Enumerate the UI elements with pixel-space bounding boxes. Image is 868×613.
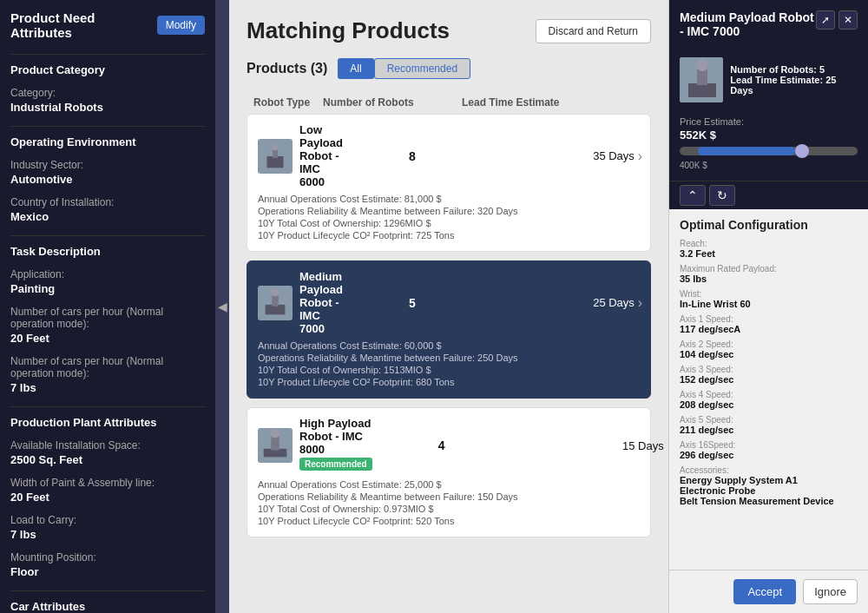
- spec-wrist: Wrist: In-Line Wrist 60: [680, 289, 858, 309]
- price-nav-up-button[interactable]: ⌃: [680, 185, 706, 206]
- spec-axis5-label: Axis 5 Speed:: [680, 415, 858, 425]
- main-title-text: Matching Products: [247, 17, 450, 44]
- svg-point-15: [696, 59, 708, 71]
- spec-wrist-label: Wrist:: [680, 289, 858, 299]
- industry-label: Industry Sector:: [10, 159, 205, 171]
- sidebar: Product Need Attributes Modify Product C…: [0, 0, 215, 613]
- spec-axis4: Axis 4 Speed: 208 deg/sec: [680, 390, 858, 410]
- spec-axis16-value: 296 deg/sec: [680, 450, 858, 460]
- mounting-value: Floor: [10, 565, 205, 578]
- load-carry-value: 7 lbs: [10, 528, 205, 541]
- spec-axis1: Axis 1 Speed: 117 deg/secA: [680, 314, 858, 334]
- right-panel-image-row: Number of Robots: 5 Lead Time Estimate: …: [669, 49, 868, 111]
- right-panel-title: Medium Payload Robot - IMC 7000: [680, 10, 816, 38]
- category-label: Category:: [10, 87, 205, 99]
- product-2-count: 5: [343, 296, 482, 310]
- accept-button[interactable]: Accept: [733, 579, 796, 604]
- robot-count-label: Number of Robots:: [730, 64, 817, 75]
- industry-value: Automotive: [10, 173, 205, 186]
- col-robot-type: Robot Type: [253, 96, 323, 109]
- filter-bar: Products (3) All Recommended: [247, 58, 651, 79]
- spec-accessories-label: Accessories:: [680, 465, 858, 475]
- section-car-attributes: Car Attributes Surface Per Car to Paint:…: [10, 590, 205, 613]
- modify-button[interactable]: Modify: [157, 16, 205, 35]
- product-3-detail-2: 10Y Total Cost of Ownership: 0.973MIO $: [258, 504, 640, 514]
- product-1-detail-0: Annual Operations Cost Estimate: 81,000 …: [258, 194, 640, 204]
- product-2-expand-icon[interactable]: ›: [638, 295, 664, 311]
- spec-accessories-value: Energy Supply System A1 Electronic Probe…: [680, 475, 858, 506]
- spec-axis1-label: Axis 1 Speed:: [680, 314, 858, 324]
- price-low-value: 400K $: [680, 161, 858, 170]
- svg-rect-1: [267, 156, 284, 168]
- category-value: Industrial Robots: [10, 101, 205, 114]
- product-2-name: Medium Payload Robot - IMC 7000: [299, 270, 343, 335]
- recommended-badge: Recommended: [299, 458, 372, 471]
- load-carry-label: Load to Carry:: [10, 514, 205, 526]
- spec-axis5-value: 211 deg/sec: [680, 425, 858, 435]
- spec-axis4-value: 208 deg/sec: [680, 399, 858, 410]
- close-icon-button[interactable]: ✕: [838, 10, 858, 30]
- product-1-detail-2: 10Y Total Cost of Ownership: 1296MIO $: [258, 218, 640, 228]
- price-slider[interactable]: [680, 147, 858, 155]
- product-1-thumbnail: [258, 139, 293, 174]
- cars-per-hour-value-2: 7 lbs: [10, 381, 205, 394]
- product-card-2-header: Medium Payload Robot - IMC 7000 5 25 Day…: [258, 270, 640, 335]
- price-label: Price Estimate:: [680, 116, 858, 127]
- spec-axis3: Axis 3 Speed: 152 deg/sec: [680, 365, 858, 385]
- col-lead-time: Lead Time Estimate: [462, 96, 618, 109]
- spec-payload-value: 35 lbs: [680, 274, 858, 284]
- price-nav-refresh-button[interactable]: ↻: [709, 185, 735, 206]
- filter-group: All Recommended: [338, 58, 470, 79]
- product-3-days: 15 Days: [511, 439, 667, 452]
- spec-axis16-label: Axis 16Speed:: [680, 440, 858, 450]
- ignore-button[interactable]: Ignore: [803, 579, 858, 604]
- right-panel-thumbnail: [680, 57, 723, 102]
- paint-width-label: Width of Paint & Assembly line:: [10, 477, 205, 489]
- filter-recommended-button[interactable]: Recommended: [374, 58, 470, 79]
- sidebar-collapse-button[interactable]: ◀: [215, 0, 229, 613]
- product-3-name: High Payload Robot - IMC 8000: [299, 417, 372, 456]
- main-content: Matching Products Discard and Return Pro…: [229, 0, 668, 613]
- table-header: Robot Type Number of Robots Lead Time Es…: [247, 91, 651, 114]
- product-2-thumbnail: [258, 286, 293, 320]
- product-2-detail-0: Annual Operations Cost Estimate: 60,000 …: [258, 340, 640, 351]
- right-panel: Medium Payload Robot - IMC 7000 ➚ ✕ Numb…: [668, 0, 868, 613]
- install-space-value: 2500 Sq. Feet: [10, 453, 205, 466]
- price-slider-thumb: [795, 144, 809, 158]
- product-3-count: 4: [372, 438, 511, 452]
- section-heading-product-category: Product Category: [10, 54, 205, 76]
- cars-per-hour-label-1: Number of cars per hour (Normal operatio…: [10, 306, 205, 330]
- product-1-count: 8: [343, 149, 482, 163]
- filter-all-button[interactable]: All: [338, 58, 373, 79]
- lead-time-row: Lead Time Estimate: 25 Days: [730, 75, 858, 96]
- discard-button[interactable]: Discard and Return: [536, 19, 651, 43]
- product-1-expand-icon[interactable]: ›: [638, 148, 664, 164]
- svg-rect-13: [688, 83, 716, 97]
- product-1-name-row: Low Payload Robot - IMC 6000: [258, 123, 343, 188]
- country-value: Mexico: [10, 210, 205, 223]
- lead-time-label: Lead Time Estimate:: [730, 75, 823, 85]
- product-card-3[interactable]: High Payload Robot - IMC 8000 Recommende…: [247, 407, 651, 537]
- paint-width-value: 20 Feet: [10, 491, 205, 504]
- product-3-name-badge: High Payload Robot - IMC 8000 Recommende…: [299, 417, 372, 474]
- product-3-name-row: High Payload Robot - IMC 8000 Recommende…: [258, 417, 372, 474]
- application-value: Painting: [10, 282, 205, 295]
- product-card-2[interactable]: Medium Payload Robot - IMC 7000 5 25 Day…: [247, 260, 651, 399]
- price-section: Price Estimate: 552K $ 400K $: [669, 111, 868, 181]
- price-nav: ⌃ ↻: [669, 181, 868, 209]
- price-slider-fill: [698, 147, 796, 155]
- product-card-1[interactable]: Low Payload Robot - IMC 6000 8 35 Days ›…: [247, 114, 651, 252]
- section-heading-operating-env: Operating Environment: [10, 126, 205, 148]
- spec-axis3-value: 152 deg/sec: [680, 374, 858, 385]
- spec-axis2-value: 104 deg/sec: [680, 349, 858, 359]
- spec-payload: Maximun Rated Payload: 35 lbs: [680, 264, 858, 284]
- sidebar-header: Product Need Attributes Modify: [10, 10, 205, 40]
- product-2-name-row: Medium Payload Robot - IMC 7000: [258, 270, 343, 335]
- product-1-detail-3: 10Y Product Lifecycle CO² Footprint: 725…: [258, 230, 640, 241]
- product-3-thumbnail: [258, 428, 293, 463]
- spec-wrist-value: In-Line Wrist 60: [680, 299, 858, 309]
- expand-icon-button[interactable]: ➚: [816, 10, 835, 30]
- svg-point-7: [271, 287, 279, 296]
- spec-axis2: Axis 2 Speed: 104 deg/sec: [680, 339, 858, 359]
- spec-payload-label: Maximun Rated Payload:: [680, 264, 858, 274]
